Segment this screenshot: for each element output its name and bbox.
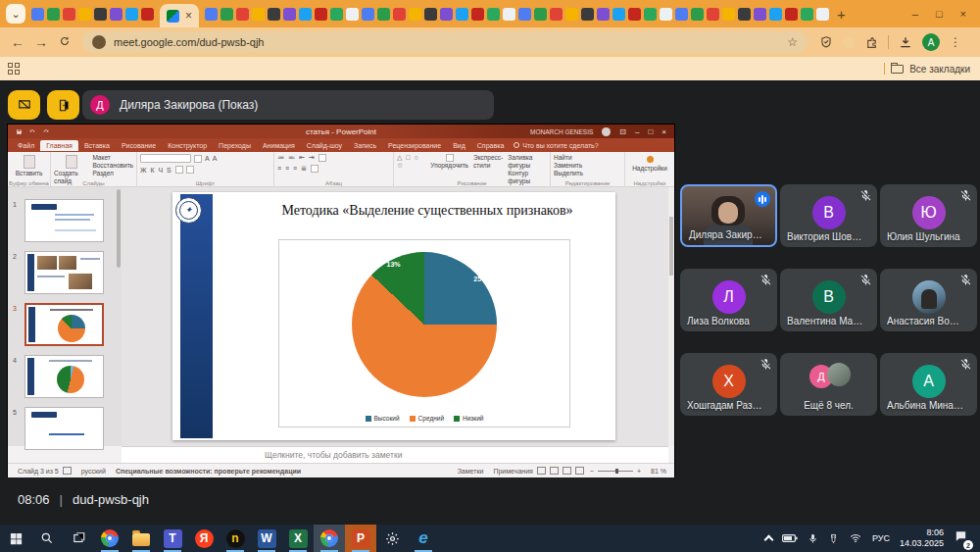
taskbar-chrome-profile[interactable] [94, 525, 125, 552]
list-buttons[interactable]: ≔ ≕ ⇤ ⇥ [277, 154, 316, 162]
all-bookmarks[interactable]: Все закладки [884, 63, 980, 75]
sorter-view-icon[interactable] [550, 467, 559, 475]
grow-shrink-font-icons[interactable]: A A [205, 155, 219, 162]
participant-tile-overflow[interactable]: Д Ещё 8 чел. [780, 353, 877, 416]
slide-title[interactable]: Методика «Выделение существенных признак… [280, 202, 574, 221]
task-view-button[interactable] [63, 525, 94, 552]
addins-button[interactable]: Надстройки [628, 165, 671, 173]
extension-icon[interactable] [843, 36, 856, 49]
accessibility-status[interactable]: Специальные возможности: проверьте реком… [116, 468, 301, 475]
char-spacing-button[interactable] [175, 166, 183, 174]
pie-chart[interactable] [352, 252, 497, 397]
tab-favicon[interactable] [236, 8, 249, 21]
addins-icon[interactable] [647, 156, 654, 163]
tab-favicon[interactable] [330, 8, 343, 21]
leave-room-button[interactable] [47, 90, 79, 120]
language-status[interactable]: русский [81, 468, 106, 475]
new-slide-icon[interactable] [66, 155, 77, 169]
tab-design[interactable]: Конструктор [162, 140, 213, 151]
apps-grid-icon[interactable] [8, 63, 20, 75]
tab-favicon[interactable] [283, 8, 296, 21]
text-direction-button[interactable] [318, 154, 326, 162]
battery-icon[interactable] [782, 533, 798, 543]
reading-view-icon[interactable] [563, 467, 571, 475]
tab-favicon[interactable] [252, 8, 265, 21]
tab-favicon[interactable] [769, 8, 782, 21]
tab-review[interactable]: Рецензирование [382, 140, 447, 151]
tab-favicon[interactable] [801, 8, 813, 21]
tab-favicon[interactable] [377, 8, 390, 21]
start-button[interactable] [0, 525, 31, 552]
tab-favicon[interactable] [816, 8, 829, 21]
tab-favicon[interactable] [534, 8, 547, 21]
minimize-button[interactable]: – [912, 8, 918, 20]
tab-favicon[interactable] [141, 8, 154, 21]
tray-expand-icon[interactable] [763, 535, 773, 545]
align-buttons[interactable]: ≡ ≡ ≡ ≣ [277, 165, 308, 173]
back-button[interactable]: ← [6, 34, 29, 50]
tab-favicon[interactable] [362, 8, 374, 21]
participant-tile[interactable]: В Виктория Шов… [780, 184, 877, 247]
tab-favicon[interactable] [78, 8, 91, 21]
normal-view-icon[interactable] [537, 467, 546, 475]
extensions-icon[interactable] [865, 36, 878, 49]
maximize-button[interactable]: □ [936, 8, 943, 20]
bookmark-star-icon[interactable]: ☆ [787, 35, 798, 49]
tab-view[interactable]: Вид [447, 140, 471, 151]
font-size-select[interactable] [194, 155, 202, 163]
taskbar-clock[interactable]: 8:06 14.03.2025 [900, 527, 944, 549]
shield-check-icon[interactable] [819, 35, 833, 49]
tab-favicon[interactable] [125, 8, 138, 21]
tab-favicon[interactable] [205, 8, 218, 21]
chart-frame[interactable]: 25% 62% 13% Высокий Средний Низкий [278, 239, 570, 427]
taskbar-word[interactable]: W [251, 525, 282, 552]
url-text[interactable]: meet.google.com/dud-pwsb-qjh [114, 36, 264, 48]
section-button[interactable]: Раздел [92, 170, 133, 177]
zoom-slider[interactable] [598, 471, 633, 472]
tab-favicon[interactable] [94, 8, 107, 21]
tab-favicon[interactable] [440, 8, 453, 21]
tab-favicon[interactable] [268, 8, 280, 21]
notes-placeholder[interactable]: Щелкните, чтобы добавить заметки [265, 450, 402, 460]
find-button[interactable]: Найти [554, 154, 621, 162]
tab-draw[interactable]: Рисование [116, 140, 162, 151]
tab-animations[interactable]: Анимация [257, 140, 301, 151]
slideshow-view-icon[interactable] [575, 467, 584, 475]
tab-favicon[interactable] [550, 8, 563, 21]
slide-scrollbar[interactable] [668, 187, 674, 446]
zoom-level[interactable]: 81 % [651, 468, 666, 475]
participant-tile[interactable]: Х Хошгадам Раз… [680, 353, 777, 416]
tab-favicon[interactable] [315, 8, 327, 21]
notes-toggle[interactable]: Заметки [458, 468, 484, 475]
taskbar-settings[interactable] [376, 525, 408, 552]
taskbar-teams[interactable]: T [157, 525, 188, 552]
participant-tile-speaking[interactable]: Диляра Закир… [680, 184, 777, 247]
participant-tile[interactable]: В Валентина Ма… [780, 269, 877, 331]
current-slide-canvas[interactable]: ✦ Методика «Выделение существенных призн… [172, 192, 615, 440]
tab-favicon[interactable] [628, 8, 641, 21]
zoom-in-button[interactable]: + [637, 468, 641, 475]
tab-help[interactable]: Справка [471, 140, 510, 151]
address-bar[interactable]: meet.google.com/dud-pwsb-qjh ☆ [82, 31, 808, 53]
site-mic-permission-icon[interactable] [92, 35, 106, 49]
profile-avatar[interactable]: A [922, 33, 940, 51]
tab-file[interactable]: Файл [12, 140, 40, 151]
browser-menu-icon[interactable]: ⋮ [950, 35, 961, 49]
tab-favicon[interactable] [47, 8, 60, 21]
forward-button[interactable]: → [29, 34, 53, 50]
taskbar-excel[interactable]: X [282, 525, 314, 552]
participant-tile[interactable]: А Альбина Мина… [880, 353, 977, 416]
columns-button[interactable] [311, 165, 318, 173]
tell-me-box[interactable]: Что вы хотите сделать? [514, 142, 598, 149]
tab-favicon[interactable] [675, 8, 688, 21]
tab-favicon[interactable] [63, 8, 75, 21]
tab-record[interactable]: Запись [348, 140, 382, 151]
slide-thumbnail-3-selected[interactable] [24, 303, 104, 346]
tab-favicon[interactable] [612, 8, 625, 21]
close-button[interactable]: × [960, 8, 966, 20]
download-icon[interactable] [899, 35, 912, 49]
tab-favicon[interactable] [471, 8, 484, 21]
tab-favicon[interactable] [393, 8, 406, 21]
tab-favicon[interactable] [581, 8, 594, 21]
tab-favicon[interactable] [644, 8, 657, 21]
